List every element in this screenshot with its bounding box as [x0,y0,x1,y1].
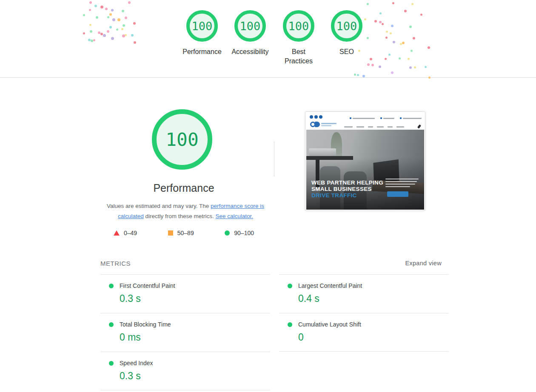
plant-decoration [331,132,342,159]
metric-value: 0 ms [120,332,270,343]
legend-item-pass: 90–100 [225,230,254,236]
metric-first-contentful-paint: First Contentful Paint 0.3 s [100,274,270,313]
email-icon [400,117,402,119]
email-text-placeholder [403,118,422,119]
metric-label: First Contentful Paint [120,282,175,289]
metric-pass-icon [109,284,114,288]
metric-largest-contentful-paint: Largest Contentful Paint 0.4 s [279,274,449,313]
social-icons [310,115,322,119]
column-divider [274,142,274,176]
gauge-label: Accessibility [230,47,271,57]
site-logo [310,122,336,127]
category-gauge-performance[interactable]: 100 Performance [178,10,226,57]
gauge-ring: 100 [331,10,362,42]
gauge-label: Performance [182,47,222,57]
gauge-ring: 100 [234,10,266,42]
metric-label: Largest Contentful Paint [298,282,362,289]
metric-cumulative-layout-shift: Cumulative Layout Shift 0 [279,313,449,352]
location-icon [350,117,351,119]
metric-value: 0.3 s [120,370,270,382]
score-disclaimer: Values are estimated and may vary. The p… [96,201,275,221]
gauge-score: 100 [240,20,261,33]
expand-view-button[interactable]: Expand view [405,260,442,267]
average-square-icon [168,230,173,236]
metrics-section-title: METRICS [100,260,131,267]
hero-line-1: WEB PARTNER HELPING [311,179,383,186]
metric-pass-icon [109,361,114,366]
metric-value: 0.4 s [298,293,449,304]
call-icon [417,124,421,128]
logo-d-mark [315,122,320,127]
metric-label: Speed Index [120,360,153,366]
table-decoration [306,156,353,160]
site-nav [340,126,404,128]
disclaimer-text: Values are estimated and may vary. The [107,203,211,209]
metrics-column-left: First Contentful Paint 0.3 s Total Block… [100,274,270,390]
metric-value: 0.3 s [120,293,270,304]
address-text-placeholder [353,118,375,119]
disclaimer-text: directly from these metrics. [144,213,216,219]
metrics-column-right: Largest Contentful Paint 0.4 s Cumulativ… [279,274,449,352]
phone-icon [380,117,382,119]
phone-text-placeholder [383,118,394,119]
category-gauge-seo[interactable]: 100 SEO [322,10,371,57]
gauge-label: Best Practices [278,47,319,66]
legend-item-average: 50–89 [168,230,194,236]
legend-range: 0–49 [124,230,137,236]
metric-pass-icon [109,322,114,327]
score-legend: 0–49 50–89 90–100 [114,230,254,236]
gauge-score: 100 [336,20,357,33]
performance-gauge: 100 [152,109,212,170]
category-gauge-accessibility[interactable]: 100 Accessibility [226,10,274,57]
score-header: 100 Performance 100 Accessibility 100 Be… [0,0,536,78]
page-screenshot-thumbnail: WEB PARTNER HELPING SMALL BUSINESSES DRI… [305,111,425,211]
glassware-decoration [309,148,336,156]
metric-pass-icon [288,284,292,288]
contact-info [350,117,422,119]
logo-wordmark [321,123,336,126]
site-topbar [306,113,424,130]
category-gauge-best-practices[interactable]: 100 Best Practices [274,10,323,66]
legend-range: 90–100 [234,230,254,236]
legend-range: 50–89 [177,230,194,236]
performance-title: Performance [99,182,269,194]
performance-score: 100 [165,129,199,150]
gauge-ring: 100 [283,10,314,42]
hero-line-3: DRIVE TRAFFIC [311,192,383,199]
hero-paragraph-placeholder [385,179,419,189]
legend-item-fail: 0–49 [114,230,137,236]
gauge-ring: 100 [186,10,218,42]
pass-circle-icon [225,230,230,236]
see-calculator-link[interactable]: See calculator. [216,213,254,219]
lighthouse-report: 100 Performance 100 Accessibility 100 Be… [0,0,536,392]
metric-value: 0 [298,332,449,343]
gauge-score: 100 [192,20,213,33]
hero-headline: WEB PARTNER HELPING SMALL BUSINESSES DRI… [311,179,383,199]
metric-label: Total Blocking Time [120,321,171,328]
hero-line-2: SMALL BUSINESSES [311,186,383,192]
metric-pass-icon [288,322,292,327]
hero-image: WEB PARTNER HELPING SMALL BUSINESSES DRI… [306,130,424,210]
gauge-score: 100 [288,20,309,33]
gauge-label: SEO [326,47,367,57]
metric-label: Cumulative Layout Shift [298,321,361,328]
metric-total-blocking-time: Total Blocking Time 0 ms [100,313,270,352]
fail-triangle-icon [114,230,120,236]
cta-button [387,191,408,197]
metric-speed-index: Speed Index 0.3 s [100,352,270,390]
